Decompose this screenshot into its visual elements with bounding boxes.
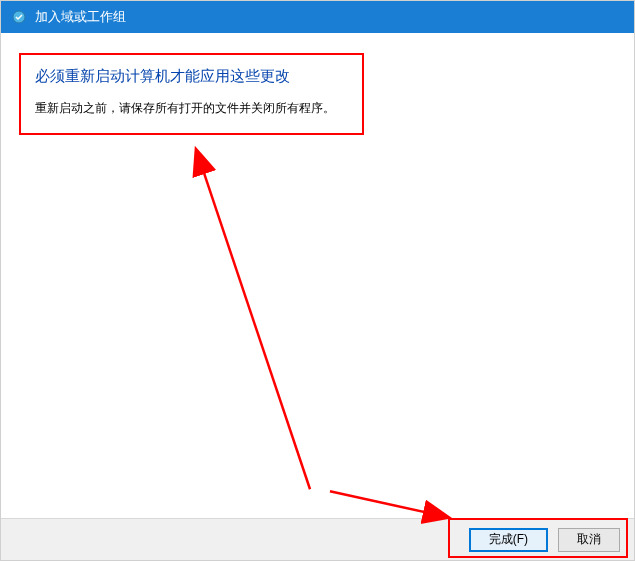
finish-button[interactable]: 完成(F) bbox=[469, 528, 548, 552]
titlebar: 加入域或工作组 bbox=[1, 1, 634, 33]
dialog-window: 加入域或工作组 必须重新启动计算机才能应用这些更改 重新启动之前，请保存所有打开… bbox=[0, 0, 635, 561]
button-bar: 完成(F) 取消 bbox=[1, 518, 634, 560]
app-icon bbox=[11, 9, 27, 25]
restart-heading: 必须重新启动计算机才能应用这些更改 bbox=[35, 67, 348, 86]
window-title: 加入域或工作组 bbox=[35, 8, 126, 26]
content-area: 必须重新启动计算机才能应用这些更改 重新启动之前，请保存所有打开的文件并关闭所有… bbox=[1, 33, 634, 518]
restart-body: 重新启动之前，请保存所有打开的文件并关闭所有程序。 bbox=[35, 100, 348, 117]
annotation-highlight-top: 必须重新启动计算机才能应用这些更改 重新启动之前，请保存所有打开的文件并关闭所有… bbox=[19, 53, 364, 135]
cancel-button[interactable]: 取消 bbox=[558, 528, 620, 552]
